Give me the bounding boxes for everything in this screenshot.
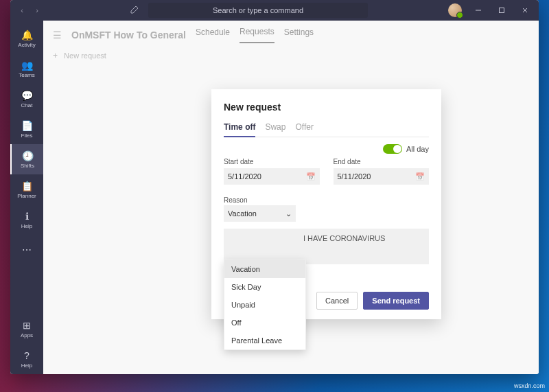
note-text: I HAVE CORONAVIRUS — [229, 234, 423, 242]
dialog-title: New request — [224, 102, 429, 113]
tab-schedule[interactable]: Schedule — [196, 27, 230, 43]
window-maximize-button[interactable] — [491, 1, 513, 20]
rail-label: Apps — [21, 332, 33, 338]
rail-label: Help — [21, 362, 32, 369]
reason-label: Reason — [224, 196, 247, 204]
calendar-icon: 📅 — [306, 172, 316, 181]
new-request-button[interactable]: + New request — [43, 49, 539, 62]
title-bar: ‹ › Search or type a command — [10, 0, 539, 21]
rail-label: Chat — [21, 102, 33, 108]
help-icon: ? — [24, 350, 30, 361]
rail-help[interactable]: ℹ Help — [10, 205, 43, 235]
end-date-value: 5/11/2020 — [338, 172, 371, 181]
all-day-label: All day — [406, 145, 429, 153]
reason-selected: Vacation — [228, 209, 257, 218]
planner-icon: 📋 — [21, 181, 33, 192]
reason-dropdown: Vacation Sick Day Unpaid Off Parental Le… — [224, 260, 306, 350]
chat-icon: 💬 — [21, 90, 33, 101]
rail-apps[interactable]: ⊞ Apps — [10, 314, 43, 344]
app-window: ‹ › Search or type a command 🔔 Activity — [10, 0, 539, 374]
dialog-tab-offer[interactable]: Offer — [295, 119, 313, 137]
window-minimize-button[interactable] — [467, 1, 489, 20]
rail-label: Help — [21, 223, 32, 229]
rail-label: Files — [21, 132, 33, 139]
shifts-icon: 🕘 — [22, 150, 34, 161]
nav-back-icon[interactable]: ‹ — [16, 4, 28, 16]
team-title: OnMSFT How To General — [71, 30, 186, 41]
dialog-tab-time-off[interactable]: Time off — [224, 119, 255, 137]
start-date-value: 5/11/2020 — [228, 172, 261, 181]
end-date-label: End date — [334, 158, 430, 165]
rail-planner[interactable]: 📋 Planner — [10, 174, 43, 205]
rail-activity[interactable]: 🔔 Activity — [10, 23, 43, 54]
rail-label: Planner — [17, 193, 36, 199]
channel-header: ☰ OnMSFT How To General Schedule Request… — [43, 21, 539, 49]
start-date-input[interactable]: 5/11/2020 📅 — [224, 168, 320, 185]
tab-requests[interactable]: Requests — [240, 27, 274, 43]
new-request-label: New request — [64, 51, 106, 60]
plus-icon: + — [53, 51, 58, 60]
send-request-button[interactable]: Send request — [363, 292, 429, 310]
apps-icon: ⊞ — [23, 320, 31, 331]
rail-label: Shifts — [21, 163, 34, 169]
more-icon: ⋯ — [22, 244, 32, 255]
rail-teams[interactable]: 👥 Teams — [10, 54, 43, 84]
window-close-button[interactable] — [514, 1, 536, 20]
rail-files[interactable]: 📄 Files — [10, 114, 43, 144]
rail-help-bottom[interactable]: ? Help — [10, 344, 43, 374]
nav-forward-icon[interactable]: › — [31, 4, 43, 16]
compose-icon[interactable] — [125, 4, 144, 16]
bell-icon: 🔔 — [21, 30, 33, 41]
search-input[interactable]: Search or type a command — [148, 3, 368, 18]
cancel-button[interactable]: Cancel — [316, 292, 358, 310]
end-date-input[interactable]: 5/11/2020 📅 — [334, 168, 430, 185]
main-area: ☰ OnMSFT How To General Schedule Request… — [43, 21, 539, 374]
all-day-toggle[interactable] — [383, 144, 402, 154]
files-icon: 📄 — [21, 120, 33, 131]
reason-option[interactable]: Off — [224, 314, 305, 332]
calendar-icon: 📅 — [415, 172, 425, 181]
rail-label: Teams — [19, 72, 35, 78]
dialog-tab-swap[interactable]: Swap — [265, 119, 285, 137]
reason-option[interactable]: Parental Leave — [224, 332, 305, 349]
reason-option[interactable]: Unpaid — [224, 296, 305, 314]
info-icon: ℹ — [25, 211, 29, 222]
rail-more[interactable]: ⋯ — [10, 235, 43, 265]
start-date-label: Start date — [224, 158, 320, 165]
reason-select[interactable]: Vacation ⌄ — [224, 205, 296, 222]
teams-icon: 👥 — [21, 60, 33, 71]
watermark: wsxdn.com — [514, 382, 545, 389]
svg-rect-1 — [500, 8, 504, 13]
tab-settings[interactable]: Settings — [284, 27, 314, 43]
reason-option[interactable]: Vacation — [224, 260, 305, 278]
reason-option[interactable]: Sick Day — [224, 278, 305, 296]
rail-chat[interactable]: 💬 Chat — [10, 84, 43, 114]
chevron-down-icon: ⌄ — [285, 209, 292, 218]
rail-label: Activity — [18, 42, 35, 48]
app-rail: 🔔 Activity 👥 Teams 💬 Chat 📄 Files 🕘 Shif… — [10, 21, 43, 374]
new-request-dialog: New request Time off Swap Offer All day … — [211, 89, 441, 319]
avatar[interactable] — [448, 3, 462, 17]
rail-shifts[interactable]: 🕘 Shifts — [10, 144, 43, 174]
hamburger-icon[interactable]: ☰ — [53, 30, 62, 41]
